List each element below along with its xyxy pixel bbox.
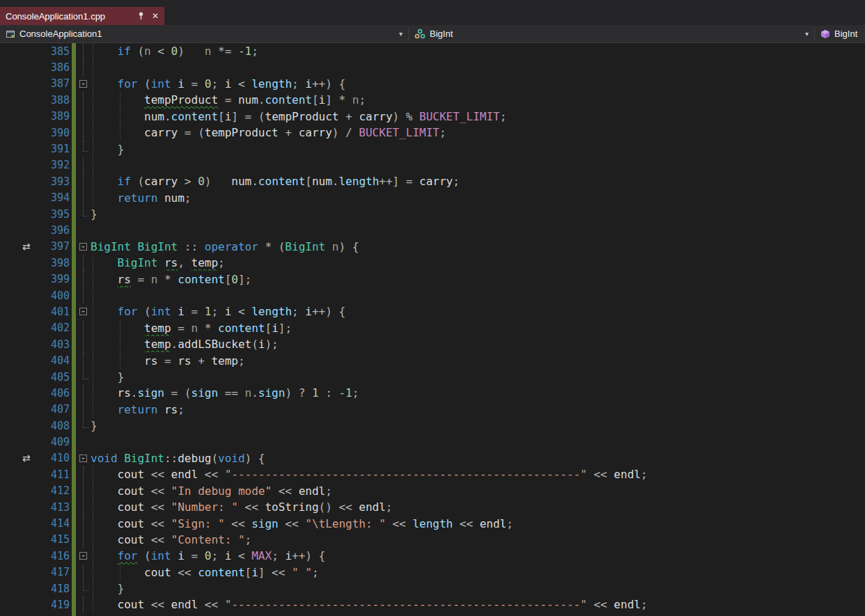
- fold-toggle-icon[interactable]: -: [79, 243, 87, 251]
- code-text[interactable]: rs = rs + temp;: [91, 352, 865, 368]
- code-text[interactable]: for (int i = 0; i < MAX; i++) {: [91, 548, 865, 564]
- code-text[interactable]: cout << content[i] << " ";: [91, 564, 865, 581]
- code-text[interactable]: rs = n * content[0];: [91, 271, 865, 287]
- syntax-token: <<: [225, 517, 252, 530]
- code-text[interactable]: [91, 222, 865, 238]
- code-line[interactable]: 396: [0, 222, 865, 238]
- syntax-token: ) {: [245, 452, 265, 465]
- code-line[interactable]: 389 num.content[i] = (tempProduct + carr…: [0, 109, 865, 125]
- code-text[interactable]: cout << "Number: " << toString() << endl…: [91, 499, 865, 515]
- code-line[interactable]: 386: [0, 59, 865, 75]
- syntax-token: ] *: [325, 93, 352, 106]
- code-text[interactable]: tempProduct = num.content[i] * n;: [91, 92, 865, 108]
- fold-toggle-icon[interactable]: -: [79, 455, 87, 462]
- code-line[interactable]: 393 if (carry > 0) num.content[num.lengt…: [0, 173, 865, 189]
- code-line[interactable]: 407 return rs;: [0, 402, 865, 418]
- code-line[interactable]: 401- for (int i = 1; i < length; i++) {: [0, 303, 865, 319]
- close-icon[interactable]: ✕: [152, 12, 159, 20]
- editor[interactable]: 385 if (n < 0) n *= -1;386387- for (int …: [0, 43, 865, 616]
- code-line[interactable]: 413 cout << "Number: " << toString() << …: [0, 499, 865, 515]
- code-text[interactable]: }: [91, 141, 865, 157]
- code-line[interactable]: 408}: [0, 418, 865, 434]
- code-line[interactable]: 409: [0, 434, 865, 450]
- code-line[interactable]: 391 }: [0, 141, 865, 157]
- code-text[interactable]: if (carry > 0) num.content[num.length++]…: [91, 173, 865, 189]
- syntax-token: cout: [118, 533, 145, 546]
- code-text[interactable]: BigInt BigInt :: operator * (BigInt n) {: [91, 239, 865, 255]
- code-text[interactable]: void BigInt::debug(void) {: [91, 450, 865, 466]
- code-text[interactable]: [91, 59, 865, 75]
- syntax-token: [91, 175, 118, 188]
- code-text[interactable]: }: [91, 206, 865, 222]
- line-number: 386: [40, 61, 70, 74]
- code-line[interactable]: 411 cout << endl << "-------------------…: [0, 466, 865, 482]
- code-text[interactable]: BigInt rs, temp;: [91, 255, 865, 271]
- code-line[interactable]: 406 rs.sign = (sign == n.sign) ? 1 : -1;: [0, 385, 865, 401]
- fold-toggle-icon[interactable]: -: [79, 80, 87, 88]
- code-text[interactable]: [91, 157, 865, 173]
- code-text[interactable]: temp = n * content[i];: [91, 320, 865, 336]
- code-line[interactable]: 390 carry = (tempProduct + carry) / BUCK…: [0, 125, 865, 141]
- code-text[interactable]: }: [91, 581, 865, 597]
- breakpoint-margin[interactable]: ⇄: [0, 241, 40, 252]
- code-line[interactable]: ⇄397-BigInt BigInt :: operator * (BigInt…: [0, 239, 865, 255]
- code-text[interactable]: temp.addLSBucket(i);: [91, 336, 865, 352]
- syntax-token: ++) {: [292, 549, 325, 562]
- code-text[interactable]: if (n < 0) n *= -1;: [91, 43, 865, 59]
- code-line[interactable]: 392: [0, 157, 865, 173]
- code-line[interactable]: 419 cout << endl << "-------------------…: [0, 597, 865, 613]
- syntax-token: <<: [198, 468, 225, 481]
- code-line[interactable]: 385 if (n < 0) n *= -1;: [0, 43, 865, 59]
- breakpoint-margin[interactable]: ⇄: [0, 452, 40, 464]
- code-text[interactable]: carry = (tempProduct + carry) / BUCKET_L…: [91, 125, 865, 141]
- code-line[interactable]: 402 temp = n * content[i];: [0, 320, 865, 336]
- code-tokens: BigInt BigInt :: operator * (BigInt n) {: [91, 240, 359, 253]
- code-text[interactable]: cout << "Content: ";: [91, 532, 865, 548]
- code-text[interactable]: cout << endl << "-----------------------…: [91, 597, 865, 613]
- code-text[interactable]: return rs;: [91, 402, 865, 418]
- syntax-token: ;: [352, 386, 359, 400]
- code-line[interactable]: 387- for (int i = 0; i < length; i++) {: [0, 76, 865, 92]
- code-line[interactable]: 414 cout << "Sign: " << sign << "\tLengt…: [0, 515, 865, 531]
- code-text[interactable]: cout << "Sign: " << sign << "\tLength: "…: [91, 515, 865, 531]
- code-text[interactable]: cout << "In debug mode" << endl;: [91, 483, 865, 499]
- code-text[interactable]: [91, 434, 865, 450]
- code-line[interactable]: 415 cout << "Content: ";: [0, 532, 865, 548]
- code-text[interactable]: }: [91, 369, 865, 385]
- code-line[interactable]: 418 }: [0, 581, 865, 597]
- code-text[interactable]: }: [91, 418, 865, 434]
- code-line[interactable]: 417 cout << content[i] << " ";: [0, 564, 865, 581]
- code-line[interactable]: 403 temp.addLSBucket(i);: [0, 336, 865, 352]
- code-line[interactable]: 405 }: [0, 369, 865, 385]
- member-dropdown[interactable]: BigInt: [815, 25, 865, 42]
- code-text[interactable]: for (int i = 1; i < length; i++) {: [91, 303, 865, 319]
- fold-guide-line: [83, 271, 84, 287]
- pin-icon[interactable]: [137, 12, 145, 20]
- fold-guide-line: [83, 43, 84, 59]
- code-line[interactable]: 394 return num;: [0, 190, 865, 206]
- code-line[interactable]: 399 rs = n * content[0];: [0, 271, 865, 287]
- project-dropdown[interactable]: ConsoleApplication1 ▾: [0, 25, 408, 42]
- syntax-token: =: [218, 93, 238, 106]
- code-line[interactable]: 400: [0, 287, 865, 303]
- code-text[interactable]: cout << endl << "-----------------------…: [91, 466, 865, 482]
- code-text[interactable]: rs.sign = (sign == n.sign) ? 1 : -1;: [91, 385, 865, 401]
- code-line[interactable]: 398 BigInt rs, temp;: [0, 255, 865, 271]
- fold-toggle-icon[interactable]: -: [79, 308, 87, 315]
- code-line[interactable]: ⇄410-void BigInt::debug(void) {: [0, 450, 865, 466]
- code-text[interactable]: return num;: [91, 190, 865, 206]
- fold-toggle-icon[interactable]: -: [79, 552, 87, 560]
- code-line[interactable]: 404 rs = rs + temp;: [0, 352, 865, 368]
- code-text[interactable]: num.content[i] = (tempProduct + carry) %…: [91, 109, 865, 125]
- syntax-token: ++) {: [312, 305, 345, 318]
- code-text[interactable]: [91, 287, 865, 303]
- code-tokens: }: [91, 143, 124, 156]
- type-dropdown[interactable]: BigInt ▾: [409, 25, 814, 42]
- syntax-token: endl: [299, 484, 326, 498]
- code-line[interactable]: 388 tempProduct = num.content[i] * n;: [0, 92, 865, 108]
- tab-consoleapplication1-cpp[interactable]: ConsoleApplication1.cpp ✕: [0, 7, 164, 25]
- code-line[interactable]: 395}: [0, 206, 865, 222]
- code-line[interactable]: 412 cout << "In debug mode" << endl;: [0, 483, 865, 499]
- code-line[interactable]: 416- for (int i = 0; i < MAX; i++) {: [0, 548, 865, 564]
- code-text[interactable]: for (int i = 0; i < length; i++) {: [91, 76, 865, 92]
